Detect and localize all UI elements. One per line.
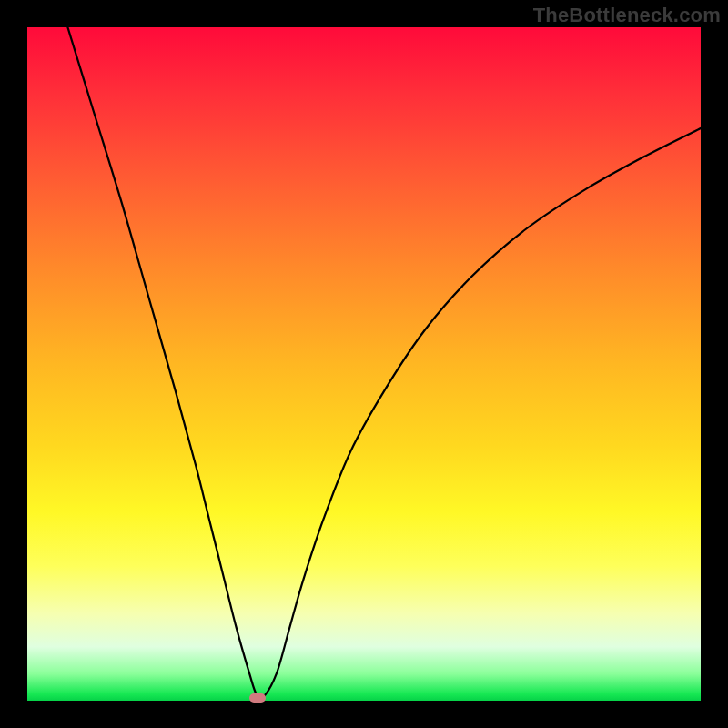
minimum-marker	[249, 693, 266, 703]
watermark-text: TheBottleneck.com	[533, 4, 721, 27]
bottleneck-curve	[27, 27, 701, 701]
chart-frame: TheBottleneck.com	[0, 0, 728, 728]
plot-area	[27, 27, 701, 701]
